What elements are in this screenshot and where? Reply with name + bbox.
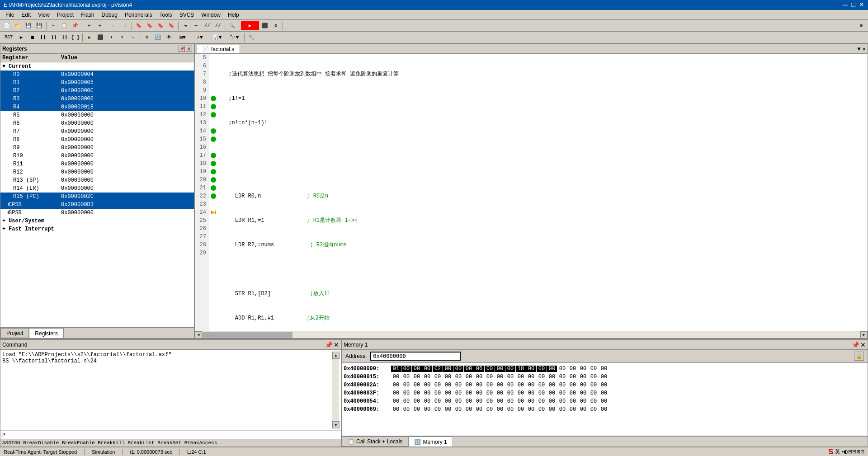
code-lines[interactable]: ;迭代算法思想 把每个阶乘放到数组中 接着求和 避免阶乘的重复计算 ;1!=1 … bbox=[218, 54, 868, 331]
comment-btn[interactable]: // bbox=[202, 21, 212, 30]
reg-row-r12[interactable]: R12 0x00000000 bbox=[0, 168, 194, 176]
rst-btn[interactable]: RST bbox=[2, 33, 15, 42]
menu-help[interactable]: Help bbox=[224, 11, 243, 19]
tab-memory-1[interactable]: 🔢 Memory 1 bbox=[408, 437, 453, 447]
reg-row-r7[interactable]: R7 0x00000000 bbox=[0, 127, 194, 136]
reg-row-r2[interactable]: R2 0x4000000C bbox=[0, 87, 194, 95]
h-scrollbar[interactable]: ◀ ▶ bbox=[195, 331, 868, 338]
reg-row-r10[interactable]: R10 0x00000000 bbox=[0, 152, 194, 160]
outdent-btn[interactable]: ⇤ bbox=[191, 21, 201, 30]
scroll-left-btn[interactable]: ◀ bbox=[195, 331, 202, 338]
menu-debug[interactable]: Debug bbox=[98, 11, 121, 19]
command-input[interactable] bbox=[7, 432, 339, 438]
step-over-btn[interactable]: ⬛ bbox=[95, 33, 105, 42]
reg-row-spsr[interactable]: + SPSR 0x00000000 bbox=[0, 209, 194, 217]
reg-row-r8[interactable]: R8 0x00000000 bbox=[0, 136, 194, 144]
view-btn[interactable]: ≡ bbox=[142, 33, 152, 42]
memory-close-icon[interactable]: ✕ bbox=[860, 341, 866, 348]
bookmark4-btn[interactable]: 🔖 bbox=[166, 21, 176, 30]
uncomment-btn[interactable]: // bbox=[213, 21, 223, 30]
editor-close-btn[interactable]: ✕ bbox=[863, 46, 866, 52]
run-to-cursor-btn[interactable]: → bbox=[128, 33, 138, 42]
memory-pin-icon[interactable]: 📌 bbox=[852, 341, 859, 348]
reg-row-r5[interactable]: R5 0x00000000 bbox=[0, 111, 194, 119]
watch-btn[interactable]: 👁 bbox=[164, 33, 174, 42]
menu-peripherals[interactable]: Peripherals bbox=[121, 11, 156, 19]
bookmark1-btn[interactable]: 🔖 bbox=[134, 21, 144, 30]
paste-btn[interactable]: 📌 bbox=[70, 21, 80, 30]
cfg-btn[interactable]: ⚙ bbox=[271, 21, 281, 30]
step-into-btn[interactable]: ⬇ bbox=[106, 33, 116, 42]
tab-project[interactable]: Project bbox=[0, 328, 29, 338]
save-btn[interactable]: 💾 bbox=[24, 21, 33, 30]
menu-edit[interactable]: Edit bbox=[18, 11, 34, 19]
reg-row-r3[interactable]: R3 0x00000006 bbox=[0, 95, 194, 103]
command-vscroll[interactable]: ▲ ▼ bbox=[332, 352, 339, 428]
command-pin-icon[interactable]: 📌 bbox=[325, 341, 333, 348]
debug6-btn[interactable]: { } bbox=[71, 33, 80, 42]
minimize-btn[interactable]: ─ bbox=[843, 1, 848, 9]
expand-fast-icon[interactable]: + bbox=[2, 226, 9, 232]
perf-btn[interactable]: 📊▼ bbox=[209, 33, 225, 42]
run-btn[interactable]: ▶ bbox=[85, 33, 94, 42]
debug1-btn[interactable]: ▶ bbox=[16, 33, 26, 42]
h-scroll-thumb[interactable] bbox=[202, 332, 292, 338]
nav-fwd-btn[interactable]: → bbox=[120, 21, 130, 30]
cut-btn[interactable]: ✂ bbox=[48, 21, 58, 30]
debug2-btn[interactable]: ⏹ bbox=[27, 33, 37, 42]
menu-window[interactable]: Window bbox=[198, 11, 224, 19]
reg-row-r13[interactable]: R13 (SP) 0x00000000 bbox=[0, 176, 194, 184]
expand-spsr-icon[interactable]: + bbox=[2, 210, 9, 216]
maximize-btn[interactable]: □ bbox=[852, 1, 855, 9]
reg-row-r11[interactable]: R11 0x00000000 bbox=[0, 160, 194, 168]
tab-registers[interactable]: Registers bbox=[29, 328, 64, 338]
cmd-scroll-track[interactable] bbox=[332, 359, 339, 421]
pin-btn[interactable]: 📌 bbox=[179, 46, 185, 52]
step-out-btn[interactable]: ⬆ bbox=[117, 33, 127, 42]
view2-btn[interactable]: ▤▼ bbox=[175, 33, 191, 42]
lock-btn[interactable]: 🔒 bbox=[854, 352, 864, 361]
new-btn[interactable]: 📄 bbox=[2, 21, 12, 30]
debug5-btn[interactable]: ❙❙ bbox=[60, 33, 70, 42]
undo-btn[interactable]: ↩ bbox=[84, 21, 94, 30]
bookmark3-btn[interactable]: 🔖 bbox=[156, 21, 165, 30]
h-scroll-track[interactable] bbox=[202, 331, 860, 338]
find-btn[interactable]: 🔍 bbox=[227, 21, 237, 30]
address-input[interactable] bbox=[370, 352, 461, 361]
mem-btn[interactable]: 🔢 bbox=[153, 33, 163, 42]
signal-btn[interactable]: ⚡▼ bbox=[192, 33, 208, 42]
scope-btn[interactable]: 🔭▼ bbox=[226, 33, 242, 42]
open-btn[interactable]: 📂 bbox=[13, 21, 23, 30]
editor-tab-factorial[interactable]: 📄 factorial.s bbox=[197, 45, 240, 53]
editor-collapse-btn[interactable]: ▼ bbox=[858, 46, 861, 52]
menu-svcs[interactable]: SVCS bbox=[176, 11, 198, 19]
expand-cpsr-icon[interactable]: + bbox=[2, 202, 9, 208]
cmd-scroll-down[interactable]: ▼ bbox=[332, 421, 340, 428]
menu-file[interactable]: File bbox=[2, 11, 18, 19]
cmd-scroll-up[interactable]: ▲ bbox=[332, 352, 340, 359]
menu-view[interactable]: View bbox=[34, 11, 53, 19]
tools2-btn[interactable]: 🔧 bbox=[246, 33, 256, 42]
close-panel-btn[interactable]: ✕ bbox=[186, 46, 192, 52]
collapse-current-icon[interactable]: ▼ bbox=[2, 63, 9, 70]
debug3-btn[interactable]: ❙❙ bbox=[38, 33, 48, 42]
close-btn[interactable]: ✕ bbox=[859, 1, 864, 9]
copy-btn[interactable]: 📋 bbox=[59, 21, 69, 30]
expand-user-icon[interactable]: + bbox=[2, 218, 9, 224]
reg-row-cpsr[interactable]: + CPSR 0x200000D3 bbox=[0, 201, 194, 209]
reg-row-r6[interactable]: R6 0x00000000 bbox=[0, 119, 194, 127]
bookmark2-btn[interactable]: 🔖 bbox=[145, 21, 155, 30]
reg-row-r9[interactable]: R9 0x00000000 bbox=[0, 144, 194, 152]
stop-btn[interactable]: ⬛ bbox=[260, 21, 270, 30]
scroll-right-btn[interactable]: ▶ bbox=[860, 331, 868, 338]
tab-call-stack[interactable]: 📋 Call Stack + Locals bbox=[342, 437, 408, 447]
fast-interrupt-group[interactable]: + Fast Interrupt bbox=[0, 225, 194, 233]
menu-tools[interactable]: Tools bbox=[156, 11, 176, 19]
reg-row-r15[interactable]: R15 (PC) 0x0000002C bbox=[0, 193, 194, 201]
save-all-btn[interactable]: 💾 bbox=[34, 21, 44, 30]
menu-flash[interactable]: Flash bbox=[77, 11, 98, 19]
user-system-group[interactable]: + User/System bbox=[0, 217, 194, 225]
settings-btn[interactable]: ⚙ bbox=[856, 21, 866, 30]
redo-btn[interactable]: ↪ bbox=[95, 21, 105, 30]
reg-row-r4[interactable]: R4 0x00000018 bbox=[0, 103, 194, 111]
